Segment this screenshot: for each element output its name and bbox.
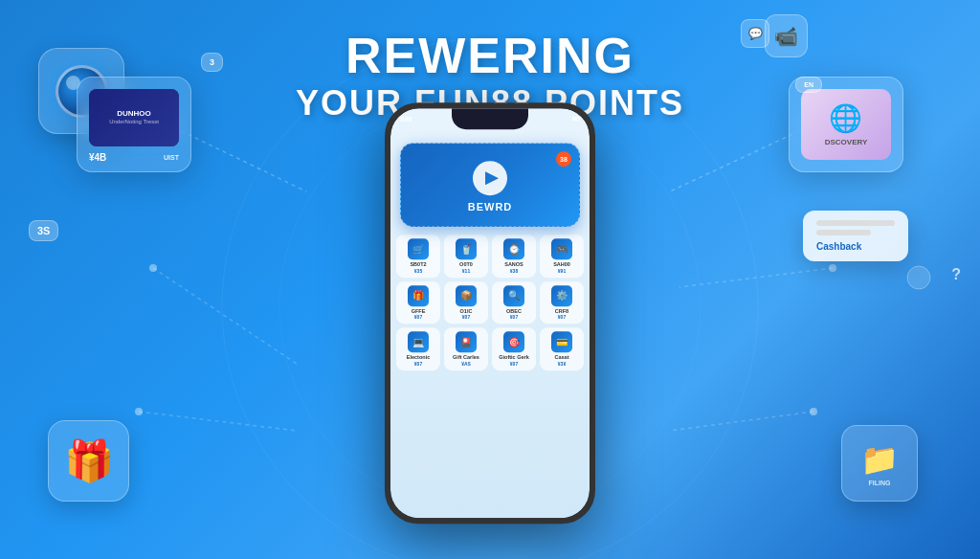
grid-section: 🛒 SB0T2 ¥35 🥤 O0T0 ¥11 ⌚ SANOS ¥38 [390,235,590,370]
grid-row-2: 🎁 GFFE ¥07 📦 O1IC ¥07 🔍 OBEC ¥07 [396,281,584,324]
grid-item-3-4[interactable]: 💳 Casat ¥3¥ [540,327,584,370]
grid-item-3-1[interactable]: 💻 Electonic ¥07 [396,327,440,370]
file-icon-label: FILING [860,480,899,486]
file-icon: 📁 [860,441,899,478]
cashback-line-2 [816,230,871,235]
phone-mockup: S88 38 BEWRD [385,102,595,524]
game-card-inner: 🌐 DSCOVERY [801,89,891,160]
grid-item-3-3[interactable]: 🎯 Gioftic Gerk ¥07 [492,327,536,370]
floating-card-left-top: DUNHOO UnderNoting Tresst ¥4B UIST [77,77,191,172]
grid-icon-5: 🎁 [408,285,429,306]
question-mark: ? [951,266,961,283]
svg-line-5 [670,412,813,431]
grid-item-2-3[interactable]: 🔍 OBEC ¥07 [492,281,536,324]
grid-item-2-1[interactable]: 🎁 GFFE ¥07 [396,281,440,324]
right-top-card-label: DSCOVERY [825,138,868,146]
cashback-line-1 [816,220,895,226]
grid-item-1-3[interactable]: ⌚ SANOS ¥38 [492,235,536,278]
svg-line-4 [679,268,833,287]
grid-icon-1: 🛒 [408,238,429,259]
reward-label: BEWRD [412,201,568,212]
grid-icon-11: 🎯 [503,331,524,352]
badge-top-left: 3 [201,53,223,72]
grid-icon-2: 🥤 [456,238,477,259]
chat-icon-tr: 💬 [741,19,769,48]
phone-container: S88 38 BEWRD [385,102,595,524]
grid-icon-10: 🎴 [456,331,477,352]
cashback-card: Cashback [803,211,908,261]
main-container: REWERING YOUR FUN88 POINTS 3 📹 💬 EN DUNH… [0,0,980,559]
badge-top-right: EN [795,77,822,93]
play-triangle-icon [485,171,499,185]
svg-point-9 [149,264,157,272]
grid-item-1-1[interactable]: 🛒 SB0T2 ¥35 [396,235,440,278]
left-card-value: ¥4B [89,152,106,163]
grid-row-3: 💻 Electonic ¥07 🎴 Gift Carles ¥AS 🎯 Giof… [396,327,584,370]
heading-title-line1: REWERING [296,29,684,83]
reward-card[interactable]: 38 BEWRD [400,143,580,227]
gift-container: 🎁 [48,420,129,502]
mini-screen-left: DUNHOO UnderNoting Tresst [89,89,179,146]
phone-status-bar: S88 [400,112,580,125]
phone-status-text: S88 [400,116,412,123]
grid-icon-8: ⚙️ [551,285,572,306]
grid-icon-6: 📦 [456,285,477,306]
badge-left-mid: 3S [29,220,58,241]
grid-icon-9: 💻 [408,331,429,352]
svg-line-1 [153,268,297,364]
cashback-label: Cashback [816,241,895,252]
grid-icon-3: ⌚ [503,238,524,259]
play-button[interactable] [473,161,507,195]
phone-screen: 38 BEWRD 🛒 SB0T2 ¥35 [390,108,590,518]
left-card-label: DUNHOO [109,109,159,119]
grid-item-2-2[interactable]: 📦 O1IC ¥07 [444,281,488,324]
svg-point-10 [135,408,143,415]
reward-badge: 38 [556,151,571,167]
grid-item-1-2[interactable]: 🥤 O0T0 ¥11 [444,235,488,278]
grid-icon-7: 🔍 [503,285,524,306]
corner-icon-tr: 📹 [765,14,808,57]
svg-point-13 [810,408,817,415]
grid-row-1: 🛒 SB0T2 ¥35 🥤 O0T0 ¥11 ⌚ SANOS ¥38 [396,235,584,278]
grid-item-2-4[interactable]: ⚙️ CRF8 ¥07 [540,281,584,324]
grid-item-1-4[interactable]: 🎮 SAH00 ¥91 [540,235,584,278]
left-card-sub: UIST [164,154,179,161]
left-card-sublabel: UnderNoting Tresst [109,119,159,126]
grid-icon-12: 💳 [551,331,572,352]
file-icon-container: 📁 FILING [841,425,918,502]
svg-line-2 [139,412,297,431]
grid-icon-4: 🎮 [551,238,572,259]
svg-point-12 [829,264,836,272]
gift-icon: 🎁 [64,437,114,484]
svg-point-14 [907,266,930,289]
grid-item-3-2[interactable]: 🎴 Gift Carles ¥AS [444,327,488,370]
